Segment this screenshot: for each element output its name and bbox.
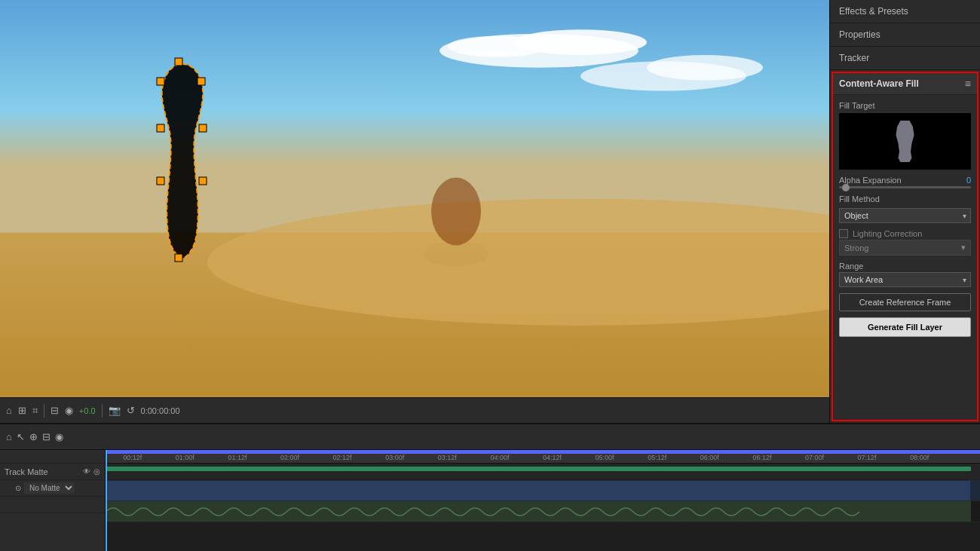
timeline-link-icon[interactable]: ⊕	[29, 431, 38, 442]
track-eye-icon[interactable]: 👁	[83, 467, 90, 476]
tab-effects-presets[interactable]: Effects & Presets	[830, 0, 980, 23]
video-background	[0, 0, 829, 423]
viewer-toolbar: ⌂ ⊞ ⌗ ⊟ ◉ +0.0 📷 ↺ 0:00:00:00	[0, 397, 829, 423]
fill-method-label: Fill Method	[839, 194, 971, 204]
mask-silhouette	[128, 57, 237, 264]
no-matte-select[interactable]: No Matte	[24, 482, 75, 494]
timeline-select-icon[interactable]: ↖	[17, 431, 25, 442]
timeline-labels: Track Matte 👁 ◎ ⊙ No Matte	[0, 450, 106, 551]
range-section: Range Work Area Entire Duration Current …	[839, 262, 971, 287]
track-matte-label: Track Matte	[5, 467, 83, 476]
lighting-correction-section: Lighting Correction Strong ▾	[839, 229, 971, 256]
strong-label: Strong	[844, 243, 868, 253]
main-clip-bar[interactable]	[106, 480, 971, 501]
strong-dropdown[interactable]: Strong ▾	[839, 240, 971, 256]
right-panel: Effects & Presets Properties Tracker Con…	[829, 0, 980, 423]
alpha-expansion-slider[interactable]	[839, 186, 971, 188]
caf-header: Content-Aware Fill ≡	[833, 73, 977, 95]
timeline-section: ⌂ ↖ ⊕ ⊟ ◉ Track Matte 👁 ◎ ⊙ No Matte	[0, 423, 980, 551]
track-matte-icons: 👁 ◎	[83, 467, 100, 476]
track-3-row	[0, 497, 105, 513]
caf-body: Fill Target Alpha Expansion 0	[833, 95, 977, 420]
time-mark-11: 06:00f	[700, 454, 719, 461]
fill-target-preview	[839, 113, 971, 170]
svg-rect-13	[157, 78, 164, 85]
alpha-expansion-row: Alpha Expansion 0	[839, 176, 971, 185]
time-mark-14: 07:12f	[858, 454, 877, 461]
range-wrapper: Work Area Entire Duration Current Frame	[839, 272, 971, 287]
separator-1	[44, 404, 44, 418]
time-mark-7: 04:00f	[490, 454, 509, 461]
timeline-content: Track Matte 👁 ◎ ⊙ No Matte 00:12f 01:00f…	[0, 450, 980, 551]
alpha-expansion-label: Alpha Expansion	[839, 176, 953, 185]
layers-icon[interactable]: ⊟	[51, 405, 59, 416]
timeline-empty-row	[0, 450, 105, 464]
fill-target-label: Fill Target	[839, 101, 971, 110]
svg-rect-16	[199, 177, 207, 185]
snapshot-icon[interactable]: 📷	[109, 405, 121, 416]
separator-2	[102, 404, 103, 418]
lighting-correction-label: Lighting Correction	[853, 229, 922, 238]
track-row-2	[106, 480, 980, 501]
track-solo-icon[interactable]: ◎	[93, 467, 100, 476]
svg-point-6	[448, 36, 547, 57]
tab-tracker[interactable]: Tracker	[830, 47, 980, 70]
time-mark-9: 05:00f	[596, 454, 614, 461]
timeline-camera-icon[interactable]: ◉	[55, 431, 63, 442]
timeline-tracks[interactable]: 00:12f 01:00f 01:12f 02:00f 02:12f 03:00…	[106, 450, 980, 551]
track-row-1	[106, 464, 980, 480]
fill-method-dropdown[interactable]: Object Surface Edge Blend	[839, 208, 971, 223]
audio-bar[interactable]	[106, 501, 971, 522]
caf-menu-icon[interactable]: ≡	[965, 78, 971, 90]
svg-point-8	[647, 55, 763, 81]
home-icon[interactable]: ⌂	[6, 405, 12, 416]
alpha-expansion-section: Alpha Expansion 0	[839, 176, 971, 188]
generate-fill-layer-button[interactable]: Generate Fill Layer	[839, 317, 971, 337]
time-display: 0:00:00:00	[141, 406, 180, 415]
work-area-bar[interactable]	[106, 450, 980, 454]
timeline-home-icon[interactable]: ⌂	[6, 431, 12, 442]
scene-svg	[0, 0, 829, 423]
alpha-expansion-thumb[interactable]	[842, 184, 850, 191]
grid-icon[interactable]: ⊞	[18, 405, 26, 416]
strong-chevron: ▾	[961, 243, 966, 253]
no-matte-row: ⊙ No Matte	[0, 480, 105, 497]
refresh-icon[interactable]: ↺	[127, 405, 135, 416]
alpha-expansion-value[interactable]: 0	[956, 176, 971, 185]
tab-properties[interactable]: Properties	[830, 23, 980, 47]
track-row-3	[106, 501, 980, 522]
video-viewer: ⌂ ⊞ ⌗ ⊟ ◉ +0.0 📷 ↺ 0:00:00:00	[0, 0, 829, 423]
range-dropdown[interactable]: Work Area Entire Duration Current Frame	[839, 272, 971, 287]
crop-icon[interactable]: ⌗	[32, 405, 38, 417]
svg-rect-11	[175, 58, 182, 66]
time-mark-12: 06:12f	[752, 454, 771, 461]
fill-method-wrapper: Object Surface Edge Blend	[839, 208, 971, 223]
time-mark-6: 03:12f	[438, 454, 457, 461]
plus-value: +0.0	[79, 406, 96, 415]
lighting-correction-row: Lighting Correction	[839, 229, 971, 238]
track-matte-row: Track Matte 👁 ◎	[0, 464, 105, 480]
eye-icon-2[interactable]: ⊙	[15, 484, 21, 492]
track-green-bar-1	[106, 467, 971, 471]
playhead[interactable]	[106, 450, 107, 551]
time-mark-3: 02:00f	[280, 454, 299, 461]
lighting-correction-checkbox[interactable]	[839, 229, 848, 238]
waveform-svg	[106, 501, 971, 522]
caf-title: Content-Aware Fill	[839, 78, 919, 89]
time-mark-0: 00:12f	[123, 454, 142, 461]
content-aware-fill-panel: Content-Aware Fill ≡ Fill Target Alpha E…	[831, 72, 978, 421]
svg-rect-12	[198, 78, 205, 85]
create-reference-frame-button[interactable]: Create Reference Frame	[839, 293, 971, 311]
timeline-panel-icon[interactable]: ⊟	[42, 431, 51, 442]
svg-rect-18	[175, 254, 182, 262]
svg-rect-15	[157, 124, 164, 132]
time-mark-1: 01:00f	[176, 454, 194, 461]
time-mark-2: 01:12f	[228, 454, 247, 461]
time-mark-13: 07:00f	[805, 454, 824, 461]
timeline-toolbar: ⌂ ↖ ⊕ ⊟ ◉	[0, 424, 980, 450]
svg-rect-17	[157, 177, 164, 185]
fill-method-section: Fill Method Object Surface Edge Blend	[839, 194, 971, 223]
fill-target-silhouette	[894, 121, 917, 162]
camera-icon[interactable]: ◉	[65, 405, 73, 416]
viewer-canvas	[0, 0, 829, 423]
